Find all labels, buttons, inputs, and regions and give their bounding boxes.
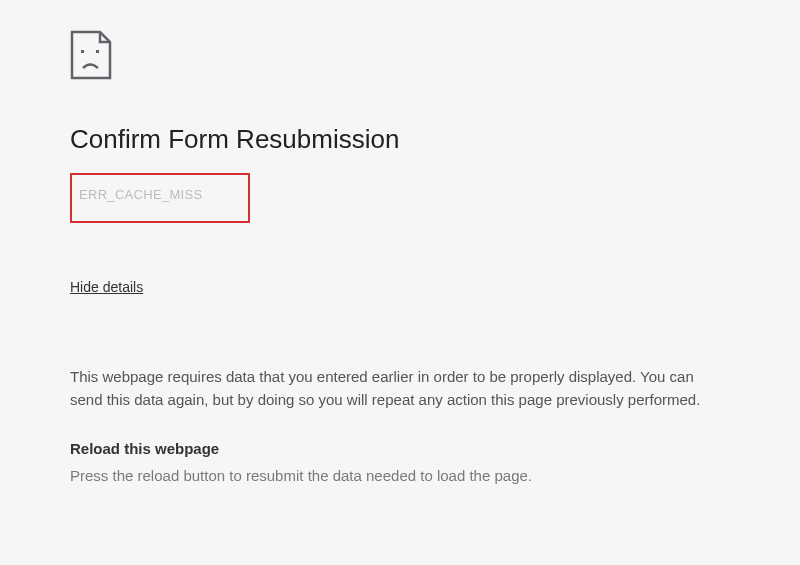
error-description: This webpage requires data that you ente… bbox=[70, 365, 730, 412]
sad-page-icon bbox=[70, 30, 730, 84]
reload-subheading: Reload this webpage bbox=[70, 440, 730, 457]
svg-rect-0 bbox=[81, 50, 84, 53]
error-code-highlight-box: ERR_CACHE_MISS bbox=[70, 173, 250, 223]
hide-details-link[interactable]: Hide details bbox=[70, 279, 143, 295]
page-title: Confirm Form Resubmission bbox=[70, 124, 730, 155]
error-code: ERR_CACHE_MISS bbox=[79, 187, 202, 202]
svg-rect-1 bbox=[96, 50, 99, 53]
reload-subdescription: Press the reload button to resubmit the … bbox=[70, 465, 730, 488]
